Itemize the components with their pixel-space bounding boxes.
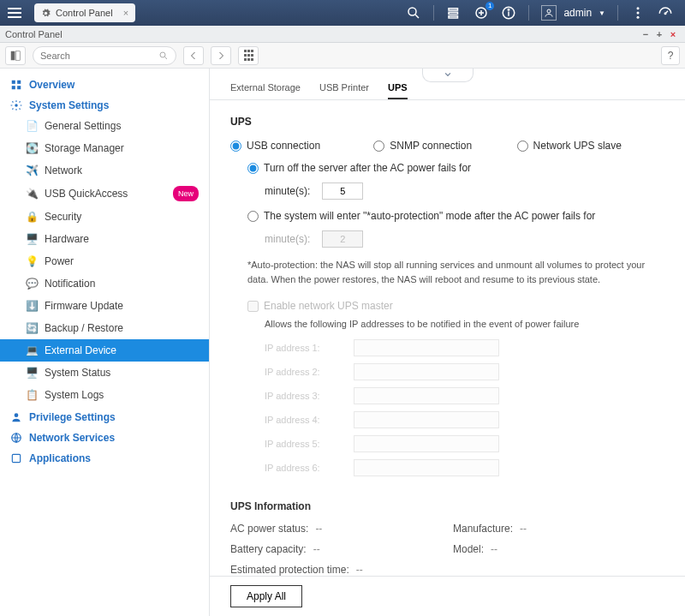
search-input[interactable]: [40, 51, 158, 61]
user-menu[interactable]: admin ▼: [541, 5, 605, 21]
sidebar-item-usb-quickaccess[interactable]: 🔌 USB QuickAccess New: [0, 182, 209, 206]
sidebar-item-storage[interactable]: 💽 Storage Manager: [0, 137, 209, 159]
sidebar-item-external-device[interactable]: 💻 External Device: [0, 339, 209, 362]
search-box[interactable]: [33, 46, 176, 65]
svg-point-10: [637, 7, 640, 9]
close-button[interactable]: ×: [666, 27, 680, 41]
sidebar-overview[interactable]: Overview: [0, 74, 209, 94]
menu-button[interactable]: [0, 0, 29, 26]
ip-input-1: [354, 339, 499, 356]
svg-point-9: [547, 9, 551, 13]
radio-usb-connection[interactable]: USB connection: [230, 140, 373, 152]
sidebar-item-notification[interactable]: 💬 Notification: [0, 272, 209, 295]
caret-down-icon: ▼: [599, 9, 605, 17]
gear-icon: [41, 9, 51, 18]
enable-master-checkbox[interactable]: Enable network UPS master: [247, 300, 664, 312]
grid-view-button[interactable]: [238, 46, 259, 65]
svg-point-24: [15, 413, 19, 417]
tasks-icon[interactable]: [446, 5, 462, 21]
sidebar: Overview System Settings 📄 General Setti…: [0, 69, 210, 616]
help-button[interactable]: ?: [661, 46, 680, 65]
svg-point-14: [664, 13, 666, 15]
search-icon[interactable]: [406, 5, 421, 21]
notification-item-icon: 💬: [26, 278, 38, 290]
settings-icon: [10, 99, 22, 111]
est-label: Estimated protection time:: [230, 564, 349, 576]
storage-icon: 💽: [26, 142, 38, 154]
apply-all-button[interactable]: Apply All: [230, 585, 302, 607]
notifications-icon[interactable]: 1: [474, 5, 489, 21]
ip-input-4: [354, 411, 499, 428]
app-tab-label: Control Panel: [56, 8, 113, 18]
ip-input-2: [354, 363, 499, 380]
sidebar-item-power[interactable]: 💡 Power: [0, 250, 209, 272]
document-icon: 📄: [26, 120, 38, 132]
scroll-content[interactable]: UPS USB connection SNMP connection Netwo…: [210, 100, 685, 576]
svg-rect-19: [12, 81, 15, 84]
avatar-icon: [541, 5, 557, 21]
svg-point-11: [637, 12, 640, 15]
battery-value: --: [313, 543, 320, 555]
lock-icon: 🔒: [26, 211, 38, 223]
est-value: --: [356, 564, 363, 576]
sidebar-system-settings[interactable]: System Settings: [0, 94, 209, 115]
user-icon: [10, 411, 22, 423]
ip-row-2: IP address 2:: [265, 363, 664, 380]
ip-row-6: IP address 6:: [265, 459, 664, 476]
forward-button[interactable]: [211, 46, 231, 65]
minutes-input[interactable]: [322, 182, 363, 200]
window-title: Control Panel: [5, 29, 639, 39]
tab-ups[interactable]: UPS: [388, 82, 408, 99]
sidebar-item-system-logs[interactable]: 📋 System Logs: [0, 384, 209, 406]
app-tab-control-panel[interactable]: Control Panel ×: [34, 3, 135, 22]
svg-point-17: [160, 52, 165, 57]
info-icon[interactable]: [501, 5, 516, 21]
radio-snmp-connection[interactable]: SNMP connection: [373, 140, 516, 152]
sidebar-item-firmware[interactable]: ⬇️ Firmware Update: [0, 295, 209, 317]
expand-notch[interactable]: [422, 69, 474, 82]
external-device-icon: 💻: [26, 344, 38, 356]
back-button[interactable]: [183, 46, 204, 65]
user-name: admin: [563, 7, 592, 19]
sidebar-item-hardware[interactable]: 🖥️ Hardware: [0, 228, 209, 250]
minimize-button[interactable]: −: [639, 27, 652, 41]
svg-line-18: [165, 57, 168, 59]
ip-input-3: [354, 387, 499, 404]
svg-point-8: [509, 9, 510, 11]
maximize-button[interactable]: +: [652, 27, 666, 41]
sidebar-item-security[interactable]: 🔒 Security: [0, 206, 209, 228]
svg-rect-16: [16, 51, 21, 60]
ip-row-4: IP address 4:: [265, 411, 664, 428]
window-title-bar: Control Panel − + ×: [0, 26, 685, 43]
ip-row-1: IP address 1:: [265, 339, 664, 356]
power-icon: 💡: [26, 255, 38, 267]
ip-row-3: IP address 3:: [265, 387, 664, 404]
sidebar-applications[interactable]: Applications: [0, 447, 209, 468]
sidebar-item-general[interactable]: 📄 General Settings: [0, 115, 209, 137]
svg-point-23: [15, 104, 18, 107]
radio-turnoff-server[interactable]: Turn off the server after the AC power f…: [247, 162, 664, 174]
sidebar-item-network[interactable]: ✈️ Network: [0, 159, 209, 182]
svg-rect-3: [449, 12, 458, 14]
sidebar-item-backup[interactable]: 🔄 Backup / Restore: [0, 317, 209, 339]
dashboard-icon[interactable]: [658, 5, 673, 21]
overview-icon: [10, 79, 22, 91]
top-header: Control Panel × 1 admin ▼: [0, 0, 685, 26]
connection-type-row: USB connection SNMP connection Network U…: [230, 140, 664, 152]
tab-external-storage[interactable]: External Storage: [230, 82, 301, 99]
radio-auto-protection[interactable]: The system will enter "*auto-protection"…: [247, 210, 664, 222]
view-toggle-button[interactable]: [5, 46, 26, 65]
backup-icon: 🔄: [26, 322, 38, 334]
radio-network-ups-slave[interactable]: Network UPS slave: [517, 140, 660, 152]
sidebar-privilege[interactable]: Privilege Settings: [0, 406, 209, 427]
allow-ip-desc: Allows the following IP addresses to be …: [265, 319, 664, 329]
ups-information: UPS Information AC power status:-- Manuf…: [230, 500, 664, 576]
svg-point-12: [637, 16, 640, 19]
sidebar-network-services[interactable]: Network Services: [0, 427, 209, 447]
tab-usb-printer[interactable]: USB Printer: [319, 82, 369, 99]
minutes-label: minute(s):: [265, 185, 310, 197]
close-tab-icon[interactable]: ×: [123, 8, 128, 18]
more-icon[interactable]: [630, 5, 646, 21]
sidebar-item-system-status[interactable]: 🖥️ System Status: [0, 362, 209, 384]
manufacture-value: --: [520, 523, 527, 535]
